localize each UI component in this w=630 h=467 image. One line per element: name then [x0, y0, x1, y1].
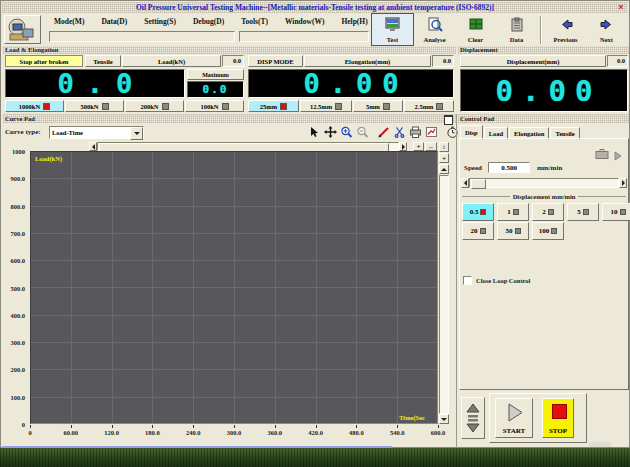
control-pad-page	[459, 138, 629, 390]
range-label: 1000kN	[19, 103, 40, 110]
disp-mode-button[interactable]: DISP MODE	[248, 55, 303, 67]
chart-vscroll-track[interactable]	[439, 175, 449, 414]
toolbar-test-button[interactable]: Test	[371, 13, 414, 46]
load-ranges-200kN[interactable]: 200kN	[125, 100, 184, 112]
speed-slider-thumb[interactable]	[471, 179, 486, 189]
speed-unit-label: mm/min	[537, 164, 562, 172]
toolbar-clear-label: Clear	[468, 37, 484, 43]
printer-icon[interactable]	[408, 125, 423, 139]
speed-button-label: 50	[506, 227, 513, 235]
elong-ranges-25mm[interactable]: 25mm	[248, 100, 299, 112]
scissors-icon[interactable]	[392, 125, 407, 139]
load-ranges-500kN[interactable]: 500kN	[65, 100, 124, 112]
maximize-icon[interactable]	[444, 115, 453, 125]
speed-input[interactable]	[488, 162, 530, 173]
displacement-header-value: 0.0	[607, 55, 628, 67]
jog-updown-icon	[465, 402, 481, 434]
menu-data[interactable]: Data(D)	[98, 15, 130, 29]
stop-button[interactable]: STOP	[542, 398, 574, 438]
y-tick: 400.0	[1, 312, 25, 319]
load-ranges-100kN[interactable]: 100kN	[185, 100, 244, 112]
stop-mode-indicator[interactable]: Stop after broken	[5, 55, 83, 67]
close-loop-checkbox[interactable]	[463, 276, 472, 285]
indicator-off	[548, 209, 554, 215]
chart-pan-button[interactable]: +	[413, 142, 424, 151]
zoom-out-icon[interactable]	[355, 125, 370, 139]
speed-button-5[interactable]: 5	[567, 203, 599, 221]
speed-slider-right-icon[interactable]	[619, 178, 627, 188]
chart-hscroll-track[interactable]	[97, 142, 399, 151]
speed-button-1[interactable]: 1	[497, 203, 529, 221]
x-tick: 0	[17, 429, 43, 436]
elong-ranges-2.5mm[interactable]: 2.5mm	[404, 100, 454, 112]
curve-type-select[interactable]: Load-Time	[49, 126, 144, 139]
indicator-off	[335, 103, 342, 110]
test-icon	[385, 17, 401, 36]
menu-tools[interactable]: Tools(T)	[238, 15, 271, 29]
menu-window[interactable]: Window(W)	[282, 15, 327, 29]
toolbar-analyse-button[interactable]: Analyse	[414, 14, 455, 45]
x-tick-mark	[193, 425, 194, 428]
desktop-artifact	[589, 442, 611, 447]
menu-setting[interactable]: Setting(S)	[141, 15, 179, 29]
speed-button-20[interactable]: 20	[462, 222, 494, 240]
control-pad-tabs: DispLoadElongationTensile	[460, 125, 628, 138]
chart-plot-area[interactable]: Load(kN) Time(Sec	[30, 151, 438, 424]
toolbar-separator	[540, 16, 542, 44]
elong-ranges-12.5mm[interactable]: 12.5mm	[300, 100, 352, 112]
pan-icon[interactable]	[323, 125, 338, 139]
speed-button-0.5[interactable]: 0.5	[462, 203, 494, 221]
chevron-down-icon[interactable]	[130, 127, 143, 140]
toolbar-next-button[interactable]: Next	[586, 14, 627, 45]
run-icon[interactable]	[614, 147, 622, 165]
indicator-off	[515, 228, 521, 234]
menu-help[interactable]: Help(H)	[338, 15, 370, 29]
chart-fit-vertical-button[interactable]: ↕	[439, 142, 449, 152]
x-tick: 480.0	[343, 429, 369, 436]
x-tick: 120.0	[99, 429, 125, 436]
range-label: 25mm	[260, 103, 277, 110]
speed-button-10[interactable]: 10	[602, 203, 630, 221]
taskbar-edge	[2, 446, 392, 448]
chart-hscroll-left-icon[interactable]	[89, 142, 97, 151]
title-bar[interactable]: Oil Pressure Universal Testing Machine--…	[2, 2, 628, 13]
range-label: 2.5mm	[415, 103, 434, 110]
menu-mode[interactable]: Mode(M)	[51, 15, 87, 29]
chart-pan-vertical-button[interactable]: +	[439, 153, 449, 163]
speed-button-2[interactable]: 2	[532, 203, 564, 221]
report-icon[interactable]	[424, 125, 439, 139]
x-tick: 360.0	[262, 429, 288, 436]
start-button[interactable]: START	[495, 398, 533, 438]
chart-vscroll-down-icon[interactable]	[439, 414, 449, 424]
x-tick-mark	[316, 425, 317, 428]
cursor-icon[interactable]	[307, 125, 322, 139]
indicator-off	[383, 103, 390, 110]
chart-vscroll-up-icon[interactable]	[439, 164, 449, 174]
hold-icon[interactable]	[595, 146, 609, 164]
toolbar-data-button[interactable]: Data	[496, 14, 537, 45]
jog-button[interactable]	[461, 397, 485, 439]
chart-hscroll-right-icon[interactable]	[399, 142, 407, 151]
close-loop-control[interactable]: Close Loop Control	[463, 276, 530, 285]
chart-fit-horizontal-button[interactable]: ↔	[425, 142, 437, 151]
speed-slider-left-icon[interactable]	[461, 178, 469, 188]
elong-ranges-5mm[interactable]: 5mm	[353, 100, 403, 112]
close-icon[interactable]: ×	[616, 2, 626, 12]
menu-debug[interactable]: Debug(D)	[190, 15, 227, 29]
speed-button-100[interactable]: 100	[532, 222, 564, 240]
test-type-button[interactable]: Tensile	[85, 55, 121, 67]
curve-pad-header: Curve Pad	[3, 114, 456, 123]
zoom-in-icon[interactable]	[339, 125, 354, 139]
x-tick: 420.0	[303, 429, 329, 436]
curve-type-value: Load-Time	[52, 129, 83, 136]
speed-group-label: Displacement mm/min	[513, 193, 576, 200]
pen-icon[interactable]	[376, 125, 391, 139]
toolbar-previous-button[interactable]: Previous	[545, 14, 586, 45]
toolbar-clear-button[interactable]: Clear	[455, 14, 496, 45]
load-ranges-1000kN[interactable]: 1000kN	[5, 100, 64, 112]
speed-button-50[interactable]: 50	[497, 222, 529, 240]
clock-icon[interactable]	[445, 125, 460, 139]
maximum-label: Maximum	[187, 69, 244, 80]
x-tick: 60.00	[58, 429, 84, 436]
speed-slider-track[interactable]	[469, 178, 619, 188]
